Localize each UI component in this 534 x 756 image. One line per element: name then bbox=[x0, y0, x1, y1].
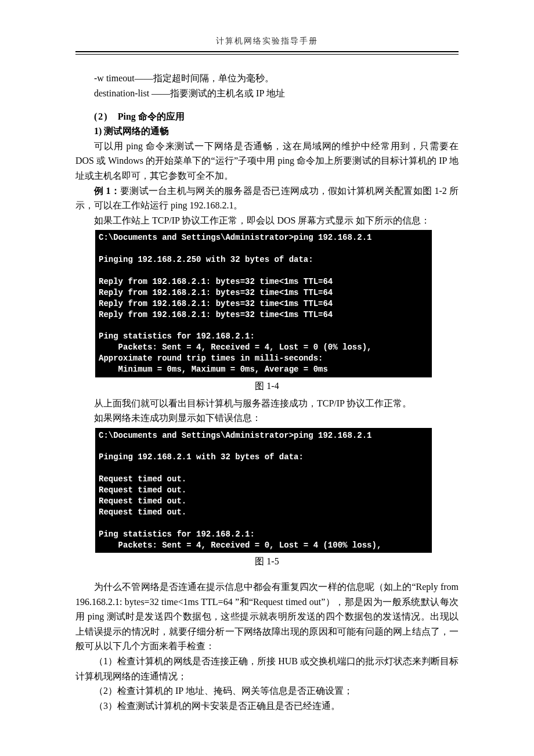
intro-line-2: destination-list ——指要测试的主机名或 IP 地址 bbox=[75, 86, 459, 101]
figure-caption-1-5: 图 1-5 bbox=[75, 554, 459, 569]
paragraph-2: 如果工作站上 TCP/IP 协议工作正常，即会以 DOS 屏幕方式显示 如下所示… bbox=[75, 213, 459, 228]
paragraph-1: 可以用 ping 命令来测试一下网络是否通畅，这在局域网的维护中经常用到，只需要… bbox=[75, 139, 459, 183]
bullet-2: （2）检查计算机的 IP 地址、掩码、网关等信息是否正确设置； bbox=[75, 683, 459, 699]
console-output-1: C:\Documents and Settings\Administrator>… bbox=[95, 230, 432, 377]
bullet-1: （1）检查计算机的网线是否连接正确，所接 HUB 或交换机端口的批示灯状态来判断… bbox=[75, 654, 459, 683]
section-2-1-heading: 1) 测试网络的通畅 bbox=[75, 124, 459, 139]
paragraph-5: 为什么不管网络是否连通在提示信息中都会有重复四次一样的信息呢（如上的“Reply… bbox=[75, 579, 459, 654]
console-output-2: C:\Documents and Settings\Administrator>… bbox=[95, 428, 432, 553]
bullet-3: （3）检查测试计算机的网卡安装是否正确且是否已经连通。 bbox=[75, 699, 459, 714]
example-1-text: 要测试一台主机与网关的服务器是否已连网成功，假如计算机网关配置如图 1-2 所示… bbox=[75, 186, 459, 211]
section-2-num: (2) bbox=[94, 111, 109, 121]
page-header-title: 计算机网络实验指导手册 bbox=[75, 35, 459, 51]
paragraph-4: 如果网络未连成功则显示如下错误信息： bbox=[75, 411, 459, 426]
section-2-1-num: 1) bbox=[94, 126, 102, 136]
section-2-title: Ping 命令的应用 bbox=[118, 111, 185, 121]
example-1: 例 1：要测试一台主机与网关的服务器是否已连网成功，假如计算机网关配置如图 1-… bbox=[75, 183, 459, 213]
section-2-heading: (2) Ping 命令的应用 bbox=[75, 109, 459, 124]
page: 计算机网络实验指导手册 -w timeout——指定超时间隔，单位为毫秒。 de… bbox=[0, 0, 534, 756]
figure-caption-1-4: 图 1-4 bbox=[75, 379, 459, 394]
header-divider bbox=[75, 51, 459, 55]
section-2-1-title: 测试网络的通畅 bbox=[104, 126, 169, 136]
example-1-label: 例 1： bbox=[94, 186, 120, 196]
intro-line-1: -w timeout——指定超时间隔，单位为毫秒。 bbox=[75, 71, 459, 86]
paragraph-3: 从上面我们就可以看出目标计算机与服务器连接成功，TCP/IP 协议工作正常。 bbox=[75, 396, 459, 411]
